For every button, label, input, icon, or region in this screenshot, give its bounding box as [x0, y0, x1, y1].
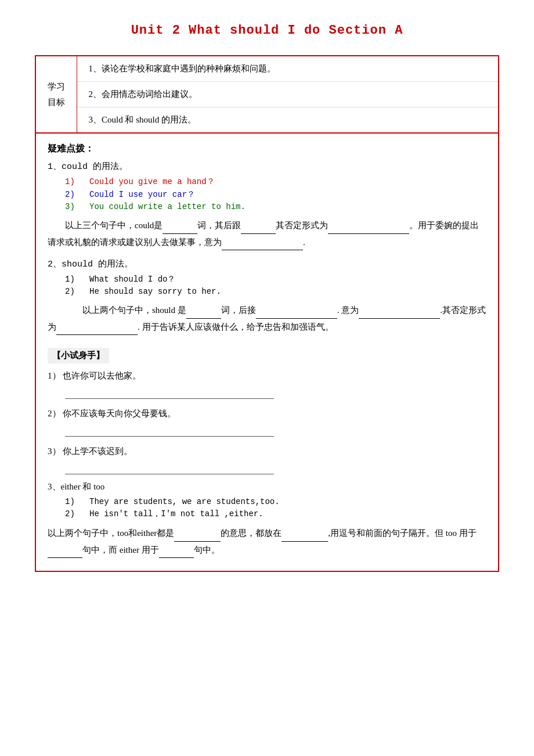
sh-ex1-num: 1): [65, 275, 85, 284]
blank-could-4: [222, 241, 303, 250]
practice-num-3: 3）: [48, 447, 61, 456]
should-example-1: 1) What should I do？: [65, 274, 486, 285]
blank-should-4: [56, 326, 138, 335]
blank-should-3: [359, 309, 440, 319]
main-container: 学习目标 1、谈论在学校和家庭中遇到的种种麻烦和问题。 2、会用情态动词给出建议…: [35, 55, 499, 572]
should-fill-text: 以上两个句子中，should 是词，后接. 意为.其否定形式为. 用于告诉某人应…: [48, 302, 486, 335]
obj-row-2: 2、会用情态动词给出建议。: [36, 82, 498, 107]
practice-num-2: 2）: [48, 409, 61, 418]
page-title: Unit 2 What should I do Section A: [35, 23, 499, 38]
ei-ex1-text: They are students, we are students,too.: [89, 497, 280, 506]
practice-item-3: 3） 你上学不该迟到。: [48, 444, 486, 459]
ei-ex2-num: 2): [65, 509, 85, 519]
ex1-num: 1): [65, 177, 85, 186]
practice-text-3: 你上学不该迟到。: [63, 447, 132, 456]
could-example-2: 2) Could I use your car？: [65, 189, 486, 200]
ei-ex1-num: 1): [65, 497, 85, 506]
ex2-num: 2): [65, 190, 85, 199]
should-examples: 1) What should I do？ 2) He should say so…: [65, 274, 486, 296]
objectives-label: 学习目标: [36, 56, 77, 133]
ei-ex2-text: He isn't tall，I'm not tall ,either.: [89, 509, 264, 519]
either-section: 3、either 和 too 1) They are students, we …: [48, 481, 486, 558]
obj-item-3: 3、Could 和 should 的用法。: [77, 107, 498, 134]
sh-ex1-text: What should I do？: [89, 275, 175, 284]
could-section-title: 1、could 的用法。: [48, 161, 486, 172]
should-section-title: 2、should 的用法。: [48, 258, 486, 269]
could-examples: 1) Could you give me a hand？ 2) Could I …: [65, 177, 486, 211]
either-examples: 1) They are students, we are students,to…: [65, 497, 486, 519]
obj-row-3: 3、Could 和 should 的用法。: [36, 107, 498, 134]
ex2-text: Could I use your car？: [89, 190, 195, 199]
blank-either-2: [282, 532, 328, 542]
could-fill-text: 以上三个句子中，could是词，其后跟其否定形式为。用于委婉的提出请求或礼貌的请…: [48, 217, 486, 250]
practice-num-1: 1）: [48, 371, 61, 380]
sh-ex2-text: He should say sorry to her.: [89, 287, 221, 296]
either-title: 3、either 和 too: [48, 481, 486, 492]
blank-either-3: [48, 549, 82, 558]
should-example-2: 2) He should say sorry to her.: [65, 287, 486, 296]
content-body: 疑难点拨： 1、could 的用法。 1) Could you give me …: [36, 134, 498, 571]
key-points-title: 疑难点拨：: [48, 143, 486, 155]
sh-ex2-num: 2): [65, 287, 85, 296]
objectives-table: 学习目标 1、谈论在学校和家庭中遇到的种种麻烦和问题。 2、会用情态动词给出建议…: [36, 56, 498, 134]
practice-item-2: 2） 你不应该每天向你父母要钱。: [48, 406, 486, 422]
answer-line-3: [65, 463, 274, 474]
practice-text-1: 也许你可以去他家。: [63, 371, 141, 380]
obj-row-1: 学习目标 1、谈论在学校和家庭中遇到的种种麻烦和问题。: [36, 56, 498, 82]
either-example-1: 1) They are students, we are students,to…: [65, 497, 486, 506]
answer-line-1: [65, 387, 274, 399]
could-example-1: 1) Could you give me a hand？: [65, 177, 486, 187]
ex3-text: You could write a letter to him.: [89, 202, 246, 211]
blank-should-2: [256, 309, 337, 319]
blank-either-4: [159, 549, 194, 558]
answer-line-2: [65, 425, 274, 437]
practice-title: 【小试身手】: [48, 348, 109, 363]
either-example-2: 2) He isn't tall，I'm not tall ,either.: [65, 509, 486, 519]
practice-item-1: 1） 也许你可以去他家。: [48, 368, 486, 384]
ex3-num: 3): [65, 202, 85, 211]
blank-could-3: [328, 225, 409, 234]
blank-either-1: [174, 532, 221, 542]
blank-should-1: [186, 309, 221, 319]
blank-could-2: [241, 225, 276, 234]
practice-text-2: 你不应该每天向你父母要钱。: [63, 409, 176, 418]
obj-item-2: 2、会用情态动词给出建议。: [77, 82, 498, 107]
either-fill-text: 以上两个句子中，too和either都是的意思，都放在,用逗号和前面的句子隔开。…: [48, 525, 486, 558]
blank-could-1: [163, 225, 197, 234]
practice-wrapper: 【小试身手】: [48, 342, 486, 368]
obj-item-1: 1、谈论在学校和家庭中遇到的种种麻烦和问题。: [77, 56, 498, 82]
could-example-3: 3) You could write a letter to him.: [65, 202, 486, 211]
ex1-text: Could you give me a hand？: [89, 177, 215, 186]
